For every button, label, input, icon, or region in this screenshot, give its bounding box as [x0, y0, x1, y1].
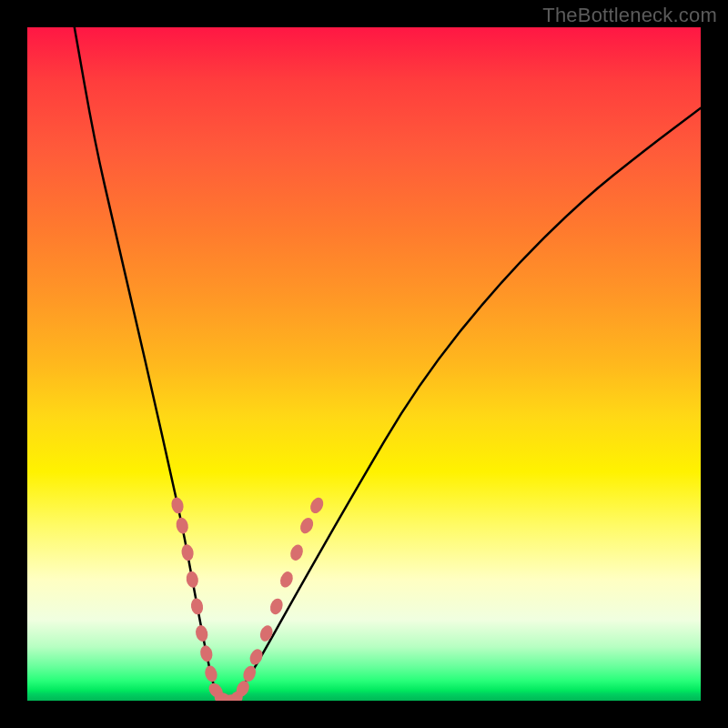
- marker-group: [170, 495, 326, 701]
- marker-point: [308, 495, 326, 515]
- marker-point: [175, 517, 189, 535]
- chart-root: TheBottleneck.com: [0, 0, 728, 728]
- marker-point: [185, 571, 199, 589]
- marker-point: [268, 597, 286, 616]
- marker-point: [288, 542, 306, 561]
- marker-point: [278, 570, 296, 589]
- marker-point: [258, 623, 275, 642]
- marker-point: [194, 624, 209, 642]
- marker-point: [248, 647, 265, 667]
- curve-layer: [27, 27, 701, 701]
- plot-area: [27, 27, 701, 701]
- marker-point: [203, 664, 218, 683]
- marker-point: [198, 644, 214, 662]
- watermark-text: TheBottleneck.com: [542, 4, 717, 27]
- bottleneck-curve: [75, 27, 701, 701]
- marker-point: [170, 496, 186, 514]
- marker-point: [190, 597, 205, 615]
- marker-point: [180, 543, 195, 561]
- marker-point: [298, 516, 316, 536]
